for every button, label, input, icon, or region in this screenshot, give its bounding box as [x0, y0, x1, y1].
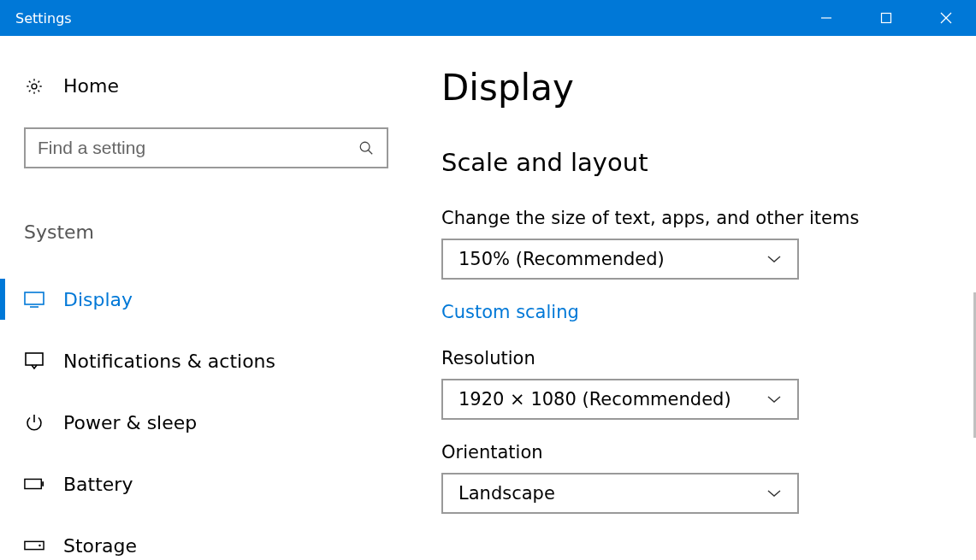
- sidebar-item-battery[interactable]: Battery: [0, 453, 411, 515]
- scale-value: 150% (Recommended): [458, 249, 665, 269]
- resolution-value: 1920 × 1080 (Recommended): [458, 389, 731, 410]
- svg-point-4: [32, 84, 37, 89]
- power-icon: [24, 413, 44, 432]
- window-controls: [796, 0, 976, 36]
- svg-point-5: [360, 142, 370, 151]
- resolution-label: Resolution: [441, 348, 976, 368]
- gear-icon: [24, 77, 44, 96]
- svg-line-6: [369, 150, 373, 155]
- battery-icon: [24, 478, 44, 490]
- svg-rect-12: [25, 541, 44, 549]
- window-title: Settings: [0, 10, 72, 27]
- orientation-value: Landscape: [458, 483, 555, 504]
- sidebar-item-display[interactable]: Display: [0, 268, 411, 330]
- sidebar-home-label: Home: [63, 75, 119, 97]
- svg-rect-1: [882, 14, 891, 23]
- custom-scaling-link[interactable]: Custom scaling: [441, 302, 579, 322]
- chevron-down-icon: [766, 489, 782, 498]
- scale-label: Change the size of text, apps, and other…: [441, 208, 976, 228]
- svg-rect-9: [26, 353, 43, 365]
- svg-point-13: [38, 545, 40, 546]
- sidebar-item-power[interactable]: Power & sleep: [0, 392, 411, 453]
- sidebar-item-label: Display: [63, 289, 133, 310]
- scale-dropdown[interactable]: 150% (Recommended): [441, 239, 799, 280]
- orientation-label: Orientation: [441, 442, 976, 463]
- sidebar-nav: Display Notifications & actions: [0, 268, 411, 560]
- sidebar-item-notifications[interactable]: Notifications & actions: [0, 330, 411, 392]
- search-input[interactable]: [38, 138, 358, 158]
- minimize-button[interactable]: [796, 0, 856, 36]
- sidebar-category: System: [0, 221, 411, 243]
- sidebar-item-label: Battery: [63, 474, 133, 495]
- titlebar: Settings: [0, 0, 976, 36]
- sidebar-item-storage[interactable]: Storage: [0, 515, 411, 560]
- search-icon: [358, 140, 375, 156]
- resolution-dropdown[interactable]: 1920 × 1080 (Recommended): [441, 379, 799, 420]
- minimize-icon: [820, 12, 832, 24]
- chevron-down-icon: [766, 395, 782, 404]
- orientation-dropdown[interactable]: Landscape: [441, 473, 799, 514]
- sidebar: Home System Display: [0, 36, 411, 560]
- svg-rect-7: [25, 292, 44, 304]
- maximize-button[interactable]: [856, 0, 916, 36]
- section-title: Scale and layout: [441, 148, 976, 177]
- chevron-down-icon: [766, 255, 782, 263]
- svg-rect-11: [42, 481, 44, 486]
- notifications-icon: [24, 352, 44, 369]
- display-icon: [24, 291, 44, 308]
- maximize-icon: [880, 12, 892, 24]
- sidebar-home[interactable]: Home: [0, 75, 411, 97]
- storage-icon: [24, 540, 44, 551]
- sidebar-item-label: Power & sleep: [63, 412, 197, 433]
- main-panel: Display Scale and layout Change the size…: [411, 36, 976, 560]
- svg-rect-10: [25, 479, 41, 488]
- content: Home System Display: [0, 36, 976, 560]
- close-button[interactable]: [916, 0, 976, 36]
- sidebar-item-label: Notifications & actions: [63, 351, 275, 372]
- close-icon: [940, 12, 952, 24]
- sidebar-item-label: Storage: [63, 535, 137, 557]
- search-box[interactable]: [24, 127, 388, 168]
- page-title: Display: [441, 67, 976, 109]
